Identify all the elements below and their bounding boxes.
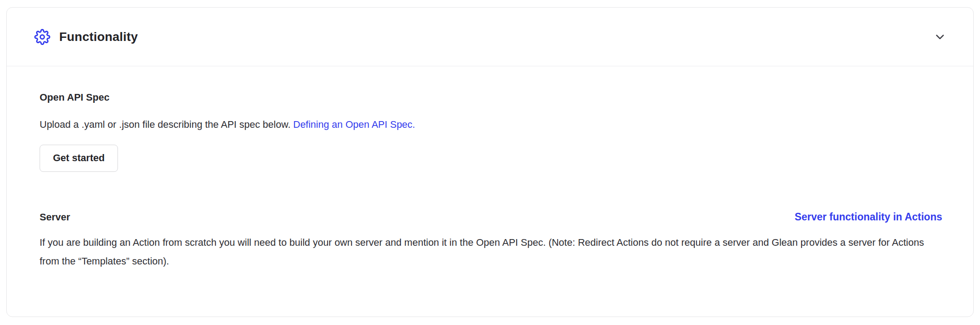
open-api-spec-section: Open API Spec Upload a .yaml or .json fi… (40, 91, 942, 172)
server-functionality-link[interactable]: Server functionality in Actions (795, 211, 942, 223)
open-api-spec-description: Upload a .yaml or .json file describing … (40, 118, 942, 131)
page-background: Functionality Open API Spec Upload a .ya… (0, 0, 980, 325)
open-api-spec-heading: Open API Spec (40, 91, 942, 104)
chevron-down-icon[interactable] (933, 30, 947, 44)
get-started-button[interactable]: Get started (40, 145, 118, 172)
server-section-header: Server Server functionality in Actions (40, 211, 942, 223)
server-heading: Server (40, 211, 70, 223)
functionality-panel-body: Open API Spec Upload a .yaml or .json fi… (7, 66, 973, 271)
open-api-spec-description-text: Upload a .yaml or .json file describing … (40, 119, 291, 130)
functionality-panel-header[interactable]: Functionality (7, 8, 973, 66)
gear-icon (34, 29, 50, 45)
defining-open-api-spec-link[interactable]: Defining an Open API Spec. (293, 119, 415, 130)
server-description: If you are building an Action from scrat… (40, 233, 942, 271)
server-section: Server Server functionality in Actions I… (40, 211, 942, 271)
panel-title: Functionality (59, 30, 138, 44)
functionality-panel: Functionality Open API Spec Upload a .ya… (6, 7, 974, 317)
